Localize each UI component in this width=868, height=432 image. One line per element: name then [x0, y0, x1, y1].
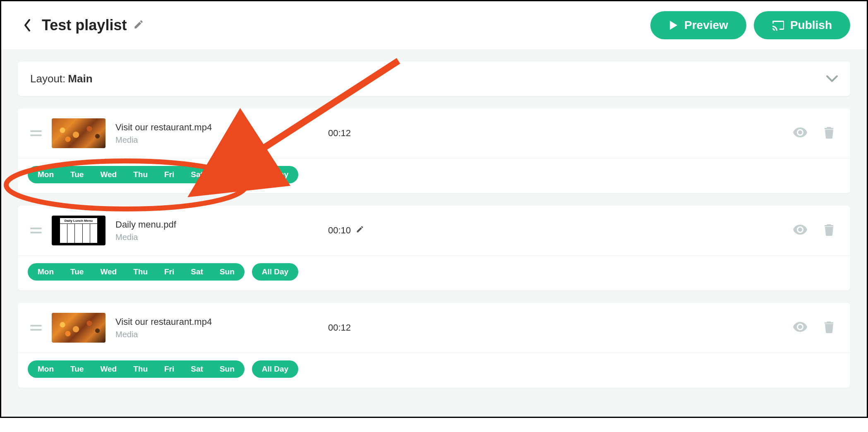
pencil-icon	[133, 19, 144, 30]
duration-value: 00:12	[328, 128, 351, 139]
trash-icon	[824, 223, 834, 236]
playlist-item: Daily Lunch MenuDaily menu.pdfMedia00:10…	[18, 206, 850, 290]
chevron-left-icon	[24, 19, 32, 32]
delete-button[interactable]	[820, 220, 838, 241]
back-button[interactable]	[18, 15, 38, 35]
pencil-icon	[356, 225, 364, 233]
delete-button[interactable]	[820, 123, 838, 144]
item-duration[interactable]: 00:10	[328, 225, 364, 236]
day-wed[interactable]: Wed	[92, 267, 125, 276]
layout-row[interactable]: Layout: Main	[18, 62, 850, 96]
day-mon[interactable]: Mon	[29, 267, 62, 276]
day-wed[interactable]: Wed	[92, 170, 125, 179]
visibility-toggle[interactable]	[790, 221, 810, 240]
delete-button[interactable]	[820, 317, 838, 338]
day-thu[interactable]: Thu	[125, 365, 156, 374]
preview-button-label: Preview	[684, 19, 728, 32]
item-type: Media	[115, 135, 297, 145]
item-text: Visit our restaurant.mp4Media	[115, 317, 297, 339]
day-fri[interactable]: Fri	[156, 267, 182, 276]
eye-icon	[793, 322, 807, 332]
chevron-down-icon	[826, 75, 838, 82]
playlist-item-row[interactable]: Visit our restaurant.mp4Media00:12	[18, 108, 850, 158]
play-icon	[669, 20, 679, 31]
day-tue[interactable]: Tue	[62, 267, 92, 276]
day-thu[interactable]: Thu	[125, 170, 156, 179]
day-tue[interactable]: Tue	[62, 170, 92, 179]
edit-title-button[interactable]	[133, 19, 144, 31]
visibility-toggle[interactable]	[790, 124, 810, 142]
day-mon[interactable]: Mon	[29, 365, 62, 374]
cast-icon	[772, 20, 784, 31]
page-header: Test playlist Preview Publish	[1, 1, 867, 49]
item-type: Media	[115, 330, 297, 339]
item-text: Daily menu.pdfMedia	[115, 219, 297, 242]
duration-value: 00:12	[328, 322, 351, 333]
item-duration: 00:12	[328, 322, 351, 333]
playlist-item: Visit our restaurant.mp4Media00:12MonTue…	[18, 108, 850, 193]
duration-value: 00:10	[328, 225, 351, 236]
day-fri[interactable]: Fri	[156, 170, 182, 179]
item-thumbnail[interactable]	[52, 118, 106, 148]
days-pill: MonTueWedThuFriSatSun	[28, 263, 245, 281]
publish-button-label: Publish	[790, 19, 832, 32]
all-day-pill[interactable]: All Day	[252, 263, 298, 281]
day-sat[interactable]: Sat	[182, 170, 211, 179]
days-pill: MonTueWedThuFriSatSun	[28, 166, 245, 183]
day-sat[interactable]: Sat	[182, 365, 211, 374]
item-duration: 00:12	[328, 128, 351, 139]
day-wed[interactable]: Wed	[92, 365, 125, 374]
playlist-item-row[interactable]: Visit our restaurant.mp4Media00:12	[18, 303, 850, 353]
content-area: Layout: Main Visit our restaurant.mp4Med…	[1, 49, 867, 417]
day-fri[interactable]: Fri	[156, 365, 182, 374]
playlist-item-row[interactable]: Daily Lunch MenuDaily menu.pdfMedia00:10	[18, 206, 850, 256]
item-title: Visit our restaurant.mp4	[115, 122, 297, 133]
days-pill: MonTueWedThuFriSatSun	[28, 360, 245, 378]
drag-handle-icon[interactable]	[30, 325, 42, 331]
publish-button[interactable]: Publish	[754, 11, 850, 39]
page-title: Test playlist	[42, 17, 127, 34]
eye-icon	[793, 127, 807, 137]
thumbnail-caption: Daily Lunch Menu	[60, 218, 97, 224]
expand-layout[interactable]	[826, 72, 838, 85]
day-sun[interactable]: Sun	[211, 365, 243, 374]
item-thumbnail[interactable]	[52, 313, 106, 343]
trash-icon	[824, 321, 834, 333]
item-title: Visit our restaurant.mp4	[115, 317, 297, 327]
item-thumbnail[interactable]: Daily Lunch Menu	[52, 216, 106, 245]
item-title: Daily menu.pdf	[115, 219, 297, 230]
all-day-pill[interactable]: All Day	[252, 166, 298, 183]
item-type: Media	[115, 233, 297, 242]
schedule-row: MonTueWedThuFriSatSunAll Day	[18, 256, 850, 290]
day-sat[interactable]: Sat	[182, 267, 211, 276]
preview-button[interactable]: Preview	[650, 11, 746, 39]
eye-icon	[793, 225, 807, 235]
day-tue[interactable]: Tue	[62, 365, 92, 374]
item-text: Visit our restaurant.mp4Media	[115, 122, 297, 145]
schedule-row: MonTueWedThuFriSatSunAll Day	[18, 353, 850, 388]
day-thu[interactable]: Thu	[125, 267, 156, 276]
day-mon[interactable]: Mon	[29, 170, 62, 179]
layout-name: Main	[68, 72, 92, 85]
schedule-row: MonTueWedThuFriSatSunAll Day	[18, 158, 850, 193]
edit-duration-button[interactable]	[356, 225, 364, 236]
visibility-toggle[interactable]	[790, 319, 810, 337]
trash-icon	[824, 126, 834, 139]
day-sun[interactable]: Sun	[211, 267, 243, 276]
layout-prefix: Layout:	[30, 72, 65, 85]
drag-handle-icon[interactable]	[30, 228, 42, 233]
all-day-pill[interactable]: All Day	[252, 360, 298, 378]
day-sun[interactable]: Sun	[211, 170, 243, 179]
playlist-item: Visit our restaurant.mp4Media00:12MonTue…	[18, 303, 850, 388]
drag-handle-icon[interactable]	[30, 130, 42, 136]
